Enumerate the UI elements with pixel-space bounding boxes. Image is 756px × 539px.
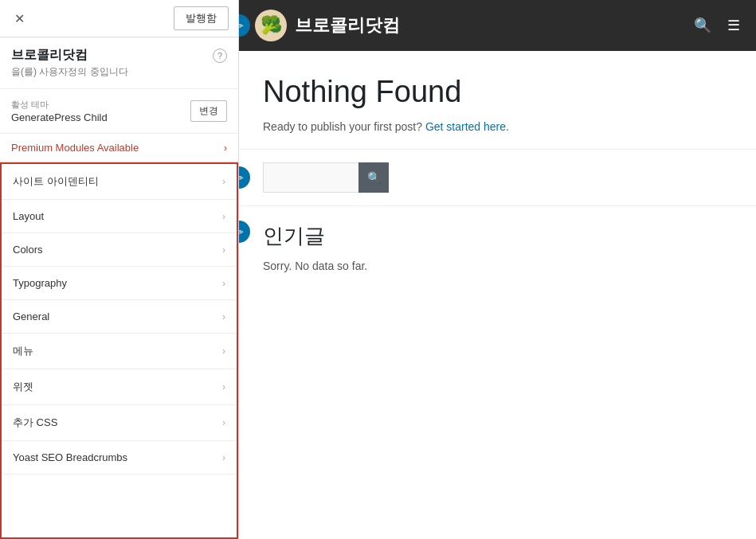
- site-header-left: 🥦 브로콜리닷컴: [255, 10, 400, 41]
- menu-item-widget[interactable]: 위젯 ›: [2, 369, 237, 405]
- menu-item-label: 사이트 아이덴티티: [13, 174, 99, 189]
- search-input[interactable]: [263, 162, 358, 193]
- menu-chevron-icon: ›: [222, 346, 225, 357]
- period: .: [506, 120, 509, 133]
- publish-button[interactable]: 발행함: [174, 6, 229, 30]
- menu-chevron-icon: ›: [222, 311, 225, 322]
- menu-item-label: 추가 CSS: [13, 416, 57, 430]
- menu-item-layout[interactable]: Layout ›: [2, 200, 237, 233]
- menu-item-yoast-breadcrumbs[interactable]: Yoast SEO Breadcrumbs ›: [2, 441, 237, 475]
- popular-edit-pencil[interactable]: ✏: [239, 221, 250, 243]
- popular-subtitle: Sorry. No data so far.: [263, 260, 732, 272]
- menu-chevron-icon: ›: [222, 244, 225, 256]
- header-edit-pencil[interactable]: ✏: [239, 14, 250, 37]
- search-submit-button[interactable]: 🔍: [358, 162, 389, 193]
- menu-item-site-identity[interactable]: 사이트 아이덴티티 ›: [2, 164, 237, 200]
- menu-item-general[interactable]: General ›: [2, 300, 237, 334]
- nothing-found-title: Nothing Found: [263, 75, 732, 109]
- menu-item-menu[interactable]: 메뉴 ›: [2, 334, 237, 369]
- search-section: ✏ 🔍: [239, 150, 756, 205]
- popular-section: ✏ 인기글 Sorry. No data so far.: [239, 206, 756, 288]
- menu-item-label: Typography: [13, 277, 67, 289]
- help-icon[interactable]: ?: [213, 49, 227, 63]
- search-edit-pencil[interactable]: ✏: [239, 166, 250, 189]
- pencil-icon: ✏: [239, 172, 244, 184]
- menu-item-additional-css[interactable]: 추가 CSS ›: [2, 405, 237, 441]
- site-info: 브로콜리닷컴 을(를) 사용자정의 중입니다 ?: [0, 37, 238, 89]
- customizer-panel: ✕ 발행함 브로콜리닷컴 을(를) 사용자정의 중입니다 ? 활성 테마 Gen…: [0, 0, 239, 539]
- menu-item-label: Colors: [13, 244, 43, 256]
- premium-chevron-icon: ›: [224, 142, 227, 154]
- pencil-icon: ✏: [239, 226, 244, 238]
- menu-chevron-icon: ›: [222, 417, 225, 428]
- close-button[interactable]: ✕: [10, 10, 29, 28]
- site-header: ✏ 🥦 브로콜리닷컴 🔍 ☰: [239, 0, 756, 51]
- theme-section: 활성 테마 GeneratePress Child 변경: [0, 89, 238, 134]
- menu-item-colors[interactable]: Colors ›: [2, 233, 237, 267]
- avatar: 🥦: [255, 10, 287, 41]
- premium-label: Premium Modules Available: [11, 142, 139, 154]
- menu-chevron-icon: ›: [222, 452, 225, 463]
- nothing-found-section: Nothing Found Ready to publish your firs…: [239, 51, 756, 149]
- get-started-link[interactable]: Get started here: [425, 120, 506, 133]
- site-name: 브로콜리닷컴: [11, 47, 128, 64]
- menu-chevron-icon: ›: [222, 278, 225, 289]
- menu-item-label: 위젯: [13, 380, 33, 394]
- change-theme-button[interactable]: 변경: [190, 100, 227, 122]
- site-subtitle: 을(를) 사용자정의 중입니다: [11, 65, 128, 79]
- theme-name: GeneratePress Child: [11, 111, 108, 123]
- menu-item-typography[interactable]: Typography ›: [2, 267, 237, 300]
- menu-chevron-icon: ›: [222, 381, 225, 393]
- menu-item-label: Layout: [13, 210, 44, 222]
- menu-item-label: General: [13, 311, 49, 322]
- menu-chevron-icon: ›: [222, 211, 225, 222]
- topbar: ✕ 발행함: [0, 0, 238, 37]
- preview-panel: ✏ 🥦 브로콜리닷컴 🔍 ☰ Nothing Found Ready to pu…: [239, 0, 756, 539]
- menu-item-label: 메뉴: [13, 344, 33, 358]
- menu-header-icon[interactable]: ☰: [727, 17, 740, 34]
- nothing-found-text: Ready to publish your first post?: [263, 120, 422, 133]
- menu-chevron-icon: ›: [222, 176, 225, 187]
- menu-item-label: Yoast SEO Breadcrumbs: [13, 451, 127, 463]
- menu-list: 사이트 아이덴티티 › Layout › Colors › Typography…: [0, 162, 238, 539]
- search-header-icon[interactable]: 🔍: [694, 17, 711, 34]
- nothing-found-subtitle: Ready to publish your first post? Get st…: [263, 120, 732, 133]
- site-header-title: 브로콜리닷컴: [295, 14, 400, 37]
- search-submit-icon: 🔍: [367, 171, 381, 184]
- pencil-icon: ✏: [239, 20, 244, 32]
- popular-title: 인기글: [263, 222, 732, 250]
- theme-label: 활성 테마: [11, 99, 108, 111]
- premium-banner[interactable]: Premium Modules Available ›: [0, 134, 238, 162]
- header-icons: 🔍 ☰: [694, 17, 740, 34]
